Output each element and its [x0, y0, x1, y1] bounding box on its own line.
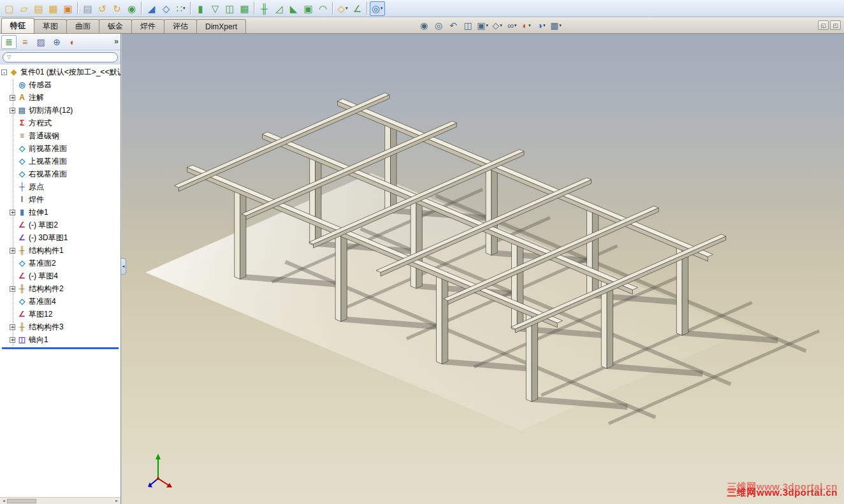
edit-appearance-icon[interactable]: ◐▾	[520, 19, 533, 32]
pin-commandmanager-button[interactable]: ◰	[830, 20, 841, 30]
tree-item-label: 草图12	[29, 309, 52, 320]
scrollbar-thumb[interactable]	[7, 499, 36, 503]
mirror-icon[interactable]: ◫▾	[222, 1, 237, 16]
tree-item-structural-member3[interactable]: ╫ 结构构件3	[0, 320, 120, 333]
previous-view-icon[interactable]: ↶▾	[447, 19, 460, 32]
end-cap-icon[interactable]: ▣▾	[301, 1, 316, 16]
grid-system-icon[interactable]: ∷▾	[173, 1, 188, 16]
tree-horizontal-scrollbar[interactable]: ◂ ▸	[0, 497, 120, 504]
apply-scene-icon[interactable]: ◑▾	[535, 19, 548, 32]
view-orientation-icon[interactable]: ▣▾	[476, 19, 489, 32]
tree-item-material[interactable]: ≡ 普通碳钢	[0, 129, 120, 142]
tree-item-plane2[interactable]: ◇ 基准面2	[0, 257, 120, 270]
tab-sheet-metal[interactable]: 钣金	[99, 19, 132, 33]
save-icon[interactable]: ▣▾	[61, 1, 75, 16]
tree-expander[interactable]	[10, 210, 15, 215]
tab-dimxpert[interactable]: DimXpert	[196, 19, 246, 33]
tree-expander[interactable]	[10, 324, 15, 330]
print-icon[interactable]: ▤▾	[80, 1, 95, 16]
extruded-boss-icon[interactable]: ▮▾	[193, 1, 208, 16]
tab-evaluate[interactable]: 评估	[164, 19, 197, 33]
zoom-to-fit-icon[interactable]: ◉▾	[418, 19, 430, 32]
smart-dimension-icon[interactable]: ◇▾	[159, 1, 173, 16]
tree-item-label: 注解	[29, 92, 44, 103]
graphics-area[interactable]: 三维网www.3dportal.cn 三维网www.3dportal.cn	[122, 34, 844, 504]
reference-geometry-icon[interactable]: ◇▾	[335, 1, 350, 16]
tree-item-annotations[interactable]: A 注解	[0, 91, 120, 104]
tree-item-structural-member2[interactable]: ╫ 结构构件2	[0, 282, 120, 295]
weld-bead-icon[interactable]: ◠▾	[316, 1, 330, 16]
tree-expander[interactable]	[10, 95, 15, 101]
tree-item-origin[interactable]: ┼ 原点	[0, 180, 120, 193]
trim-extend-icon[interactable]: ◿▾	[272, 1, 286, 16]
tree-item-sketch12[interactable]: ∠ 草图12	[0, 308, 120, 320]
tree-item-right-plane[interactable]: ◇ 右视基准面	[0, 168, 120, 180]
tree-expander[interactable]	[10, 337, 15, 343]
tree-item-weldment[interactable]: I 焊件	[0, 193, 120, 206]
tab-surfaces[interactable]: 曲面	[66, 19, 99, 33]
tree-root[interactable]: ◆ 复件01 (默认<按加工>_<<默认	[0, 66, 120, 78]
open-icon[interactable]: ▱▾	[17, 1, 31, 16]
tree-item-cut-list[interactable]: ▤ 切割清单(12)	[0, 104, 120, 117]
panel-tabs-overflow-chevron[interactable]: »	[114, 37, 119, 46]
tree-item-sensors[interactable]: ◎ 传感器	[0, 78, 120, 91]
redo-icon[interactable]: ↻▾	[110, 1, 124, 16]
zoom-to-area-icon[interactable]: ◎▾	[432, 19, 445, 32]
extruded-cut-icon[interactable]: ▽▾	[208, 1, 222, 16]
gusset-icon[interactable]: ◣▾	[286, 1, 301, 16]
tree-expander[interactable]	[1, 69, 7, 75]
undo-icon[interactable]: ↺▾	[95, 1, 110, 16]
structural-member-icon[interactable]: ╫▾	[257, 1, 272, 16]
dimxpertmanager-tab[interactable]: ⊕	[49, 35, 64, 49]
tree-expander[interactable]	[10, 286, 15, 292]
selection-filter-icon[interactable]: ◎▾	[370, 1, 385, 16]
tree-item-structural-member1[interactable]: ╫ 结构构件1	[0, 244, 120, 257]
panel-collapse-handle[interactable]: ◂	[121, 258, 126, 275]
collapse-commandmanager-button[interactable]: ◱	[818, 20, 829, 30]
tree-item-label: (-) 草图4	[29, 271, 58, 282]
make-assembly-icon[interactable]: ▦▾	[46, 1, 61, 16]
tree-filter-box[interactable]: ▽	[3, 52, 118, 62]
sketch-icon[interactable]: ◢▾	[144, 1, 159, 16]
tree-item-sketch2[interactable]: ∠ (-) 草图2	[0, 219, 120, 231]
linear-pattern-icon[interactable]: ▦▾	[237, 1, 252, 16]
tree-item-icon: ∠	[17, 272, 27, 280]
tree-item-top-plane[interactable]: ◇ 上视基准面	[0, 155, 120, 168]
tree-item-label: 基准面4	[29, 296, 56, 307]
tree-item-plane4[interactable]: ◇ 基准面4	[0, 295, 120, 308]
section-view-icon[interactable]: ◫▾	[462, 19, 474, 32]
scroll-right-arrow-icon[interactable]: ▸	[113, 498, 120, 503]
tree-expander[interactable]	[10, 248, 15, 254]
displaymanager-tab[interactable]: ◐	[65, 35, 80, 49]
scroll-left-arrow-icon[interactable]: ◂	[1, 498, 7, 503]
tree-item-sketch4[interactable]: ∠ (-) 草图4	[0, 270, 120, 282]
hide-show-items-icon[interactable]: ∞▾	[506, 19, 518, 32]
featuremanager-tab[interactable]: ≣	[1, 35, 17, 49]
tree-item-extrude1[interactable]: ▮ 拉伸1	[0, 206, 120, 219]
tree-item-mirror1[interactable]: ◫ 镜向1	[0, 333, 120, 346]
configurationmanager-tab[interactable]: ▨	[33, 35, 48, 49]
tree-item-equations[interactable]: Σ 方程式	[0, 117, 120, 129]
tree-item-icon: ╫	[17, 247, 27, 254]
commandmanager-corner-buttons: ◱ ◰	[818, 20, 841, 30]
tree-filter-input[interactable]	[13, 54, 113, 61]
tab-weldments[interactable]: 焊件	[131, 19, 164, 33]
tree-expander[interactable]	[10, 108, 15, 113]
dropdown-caret-icon: ▾	[381, 6, 383, 11]
tree-item-front-plane[interactable]: ◇ 前视基准面	[0, 142, 120, 155]
tree-item-label: 右视基准面	[29, 169, 67, 180]
display-style-icon[interactable]: ◇▾	[491, 19, 504, 32]
tree-item-icon: ◇	[17, 145, 27, 152]
rebuild-icon[interactable]: ◉▾	[124, 1, 139, 16]
tree-item-3dsketch1[interactable]: ∠ (-) 3D草图1	[0, 231, 120, 244]
tree-filter-row: ▽	[0, 50, 120, 64]
make-drawing-icon[interactable]: ▤▾	[31, 1, 46, 16]
rollback-bar[interactable]	[2, 347, 119, 349]
tree-item-icon: ▤	[17, 106, 27, 114]
tab-sketch[interactable]: 草图	[34, 19, 67, 33]
propertymanager-tab[interactable]: ≡	[17, 35, 33, 49]
tab-features[interactable]: 特征	[1, 18, 34, 33]
new-document-icon[interactable]: ▢▾	[2, 1, 17, 16]
view-settings-icon[interactable]: ▦▾	[549, 19, 562, 32]
measure-icon[interactable]: ∠▾	[350, 1, 365, 16]
